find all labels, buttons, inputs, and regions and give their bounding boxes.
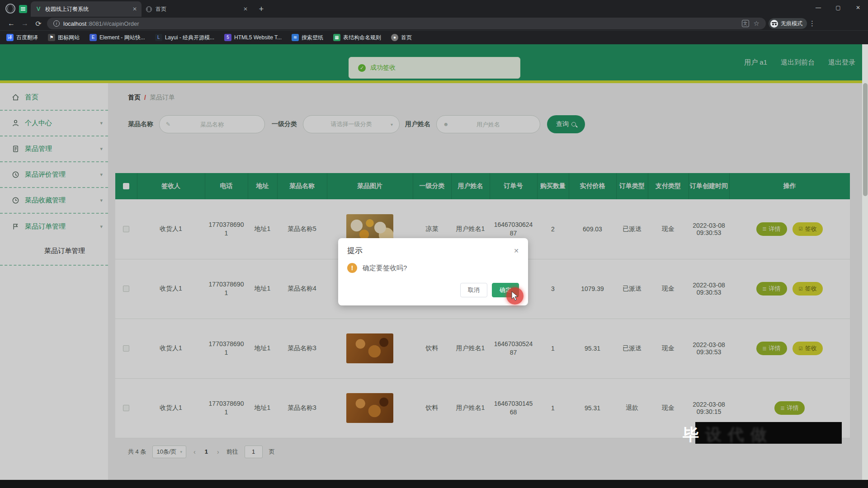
dialog-message: 确定要签收吗? [363, 264, 407, 272]
window-controls: — ▢ ✕ [808, 0, 868, 17]
forward-icon[interactable]: → [18, 19, 32, 28]
mouse-cursor-icon [511, 291, 520, 301]
pinned-tab[interactable] [15, 1, 31, 17]
scrollbar-thumb[interactable] [863, 83, 868, 196]
close-icon[interactable]: ✕ [514, 247, 519, 254]
element-favicon-icon: E [90, 34, 97, 41]
html5-favicon-icon: 5 [224, 34, 231, 41]
browser-menu-icon[interactable]: ⋮ [809, 19, 816, 28]
bookmark-homepage[interactable]: ● 首页 [391, 34, 412, 42]
incognito-badge: 无痕模式 [769, 18, 807, 29]
cancel-button[interactable]: 取消 [460, 283, 487, 297]
dialog-title: 提示 [347, 245, 363, 256]
bookmark-html5[interactable]: 5 HTML5 Website T... [224, 34, 282, 41]
reload-icon[interactable]: ⟳ [32, 19, 45, 28]
tab-title: 校园线上订餐系统 [45, 5, 129, 13]
bookmark-table-naming[interactable]: ▦ 表结构命名规则 [333, 34, 381, 42]
window-bottom-edge [0, 480, 868, 488]
watermark-censored-block: 毕设代做 [683, 422, 842, 444]
browser-url-bar: ← → ⟳ i localhost :8081/#/caipinOrder 文 … [0, 17, 868, 30]
bookmark-element[interactable]: E Element - 网站快... [90, 34, 145, 42]
bookmark-wallpaper[interactable]: ≋ 搜索壁纸 [292, 34, 323, 42]
close-window-button[interactable]: ✕ [848, 0, 868, 15]
url-path: :8081/#/caipinOrder [87, 20, 139, 27]
tab-home[interactable]: 首页 ✕ [142, 1, 252, 17]
translate-favicon-icon: 译 [6, 34, 14, 41]
cursor-highlight [506, 287, 524, 305]
new-tab-button[interactable]: + [255, 3, 268, 15]
bookmarks-bar: 译 百度翻译 ⚑ 图标网站 E Element - 网站快... L Layui… [0, 30, 868, 44]
browser-globe-icon[interactable] [5, 4, 15, 14]
browser-tab-bar: V 校园线上订餐系统 ✕ 首页 ✕ + — ▢ ✕ [0, 0, 868, 17]
tab-title: 首页 [156, 5, 240, 13]
url-host: localhost [63, 20, 86, 27]
browser-window: V 校园线上订餐系统 ✕ 首页 ✕ + — ▢ ✕ ← → ⟳ i localh… [0, 0, 868, 488]
flag-favicon-icon: ⚑ [48, 34, 55, 41]
wallpaper-favicon-icon: ≋ [292, 34, 299, 41]
vue-favicon-icon: V [35, 6, 42, 12]
warning-icon: ! [347, 263, 357, 273]
table-favicon-icon: ▦ [333, 34, 340, 41]
globe-favicon-icon: ● [391, 34, 398, 41]
tab-close-icon[interactable]: ✕ [132, 6, 137, 12]
bookmark-baidu-translate[interactable]: 译 百度翻译 [6, 34, 38, 42]
bookmark-layui[interactable]: L Layui - 经典开源模... [155, 34, 214, 42]
confirm-dialog: 提示 ✕ ! 确定要签收吗? 取消 确定 [338, 238, 528, 305]
incognito-icon [770, 20, 778, 28]
tab-campus-system[interactable]: V 校园线上订餐系统 ✕ [31, 1, 142, 17]
translate-icon[interactable]: 文 [742, 20, 749, 27]
maximize-button[interactable]: ▢ [828, 0, 848, 15]
tab-close-icon[interactable]: ✕ [243, 6, 248, 12]
layui-favicon-icon: L [155, 34, 162, 41]
back-icon[interactable]: ← [5, 19, 18, 28]
address-input[interactable]: i localhost :8081/#/caipinOrder 文 ☆ [47, 18, 766, 29]
sheet-favicon-icon [19, 5, 27, 13]
bookmark-star-icon[interactable]: ☆ [754, 19, 760, 28]
window-scrollbar[interactable] [862, 44, 868, 480]
bookmark-icon-site[interactable]: ⚑ 图标网站 [48, 34, 80, 42]
site-info-icon[interactable]: i [53, 20, 60, 27]
watermark-text: 毕设代做 [683, 424, 773, 446]
globe-favicon-icon [146, 6, 152, 12]
minimize-button[interactable]: — [808, 0, 828, 15]
